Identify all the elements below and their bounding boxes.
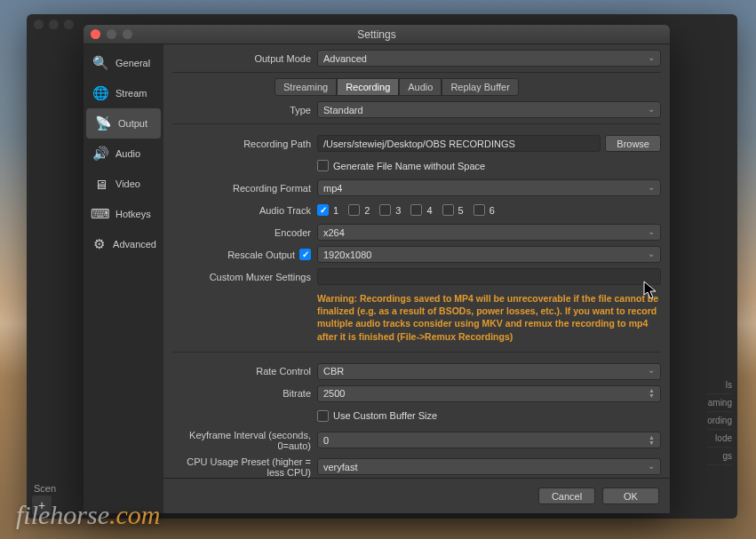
type-select[interactable]: Standard <box>317 101 661 118</box>
tab-audio[interactable]: Audio <box>399 78 442 96</box>
sidebar-item-output[interactable]: 📡 Output <box>86 108 161 139</box>
bg-right-panel: ls aming ording lode gs <box>707 377 732 465</box>
rescale-output-select[interactable]: 1920x1080 <box>317 246 661 263</box>
custom-buffer-label: Use Custom Buffer Size <box>333 410 437 421</box>
window-title: Settings <box>84 28 670 41</box>
keyframe-interval-spinner[interactable]: 0▲▼ <box>317 432 661 448</box>
tab-streaming[interactable]: Streaming <box>275 78 337 96</box>
sidebar-item-label: General <box>115 58 150 68</box>
sidebar-item-label: Stream <box>115 88 147 99</box>
mp4-warning-text: Warning: Recordings saved to MP4 will be… <box>317 290 661 346</box>
sidebar: 🔍 General 🌐 Stream 📡 Output 🔊 Audio 🖥 Vi… <box>84 44 163 513</box>
rate-control-select[interactable]: CBR <box>317 363 661 380</box>
main-panel: Output Mode Advanced Streaming Recording… <box>163 44 670 513</box>
audio-track-2-checkbox[interactable] <box>348 204 360 216</box>
generate-filename-label: Generate File Name without Space <box>333 161 485 171</box>
sidebar-item-label: Output <box>118 118 147 129</box>
bitrate-label: Bitrate <box>172 388 317 399</box>
stream-icon: 🌐 <box>91 83 110 103</box>
rescale-output-checkbox[interactable] <box>299 249 311 260</box>
output-mode-select[interactable]: Advanced <box>317 50 661 67</box>
video-icon: 🖥 <box>91 174 110 194</box>
recording-format-label: Recording Format <box>172 183 317 194</box>
generate-filename-checkbox[interactable] <box>317 160 329 171</box>
recording-path-input[interactable] <box>317 135 601 152</box>
audio-track-group: 1 2 3 4 5 6 <box>317 204 661 216</box>
type-label: Type <box>172 105 317 115</box>
sidebar-item-general[interactable]: 🔍 General <box>84 48 163 78</box>
browse-button[interactable]: Browse <box>605 135 661 152</box>
general-icon: 🔍 <box>91 53 110 73</box>
sidebar-item-label: Hotkeys <box>115 209 151 219</box>
encoder-label: Encoder <box>172 227 317 238</box>
output-icon: 📡 <box>93 114 113 133</box>
sidebar-item-hotkeys[interactable]: ⌨ Hotkeys <box>84 199 163 229</box>
cpu-preset-label: CPU Usage Preset (higher = less CPU) <box>172 456 317 478</box>
button-bar: Apply Cancel OK <box>163 478 670 513</box>
rescale-output-label: Rescale Output <box>227 250 295 260</box>
custom-muxer-input[interactable] <box>317 268 661 285</box>
tab-recording[interactable]: Recording <box>337 78 399 96</box>
ok-button[interactable]: OK <box>602 487 659 504</box>
bg-traffic-lights <box>34 20 74 29</box>
watermark: filehorse.com <box>16 500 160 530</box>
advanced-icon: ⚙ <box>91 234 107 254</box>
hotkeys-icon: ⌨ <box>91 204 110 224</box>
custom-buffer-checkbox[interactable] <box>317 410 329 422</box>
recording-path-label: Recording Path <box>172 139 317 149</box>
cancel-button[interactable]: Cancel <box>538 487 595 504</box>
bitrate-spinner[interactable]: 2500▲▼ <box>317 385 661 402</box>
recording-format-select[interactable]: mp4 <box>317 179 661 196</box>
bg-scene-label: Scen <box>34 483 56 494</box>
traffic-lights <box>91 29 132 39</box>
tab-replay-buffer[interactable]: Replay Buffer <box>442 78 518 96</box>
sidebar-item-label: Advanced <box>113 239 156 250</box>
custom-muxer-label: Custom Muxer Settings <box>172 272 317 282</box>
output-mode-label: Output Mode <box>172 53 317 64</box>
audio-track-6-checkbox[interactable] <box>473 204 485 216</box>
audio-track-1-checkbox[interactable] <box>317 204 329 216</box>
sidebar-item-advanced[interactable]: ⚙ Advanced <box>84 229 163 259</box>
sidebar-item-video[interactable]: 🖥 Video <box>84 169 163 199</box>
sidebar-item-stream[interactable]: 🌐 Stream <box>84 78 163 108</box>
audio-track-5-checkbox[interactable] <box>442 204 454 216</box>
minimize-icon[interactable] <box>107 29 116 39</box>
titlebar: Settings <box>84 25 670 44</box>
sidebar-item-label: Audio <box>115 148 140 159</box>
audio-track-4-checkbox[interactable] <box>410 204 422 216</box>
rate-control-label: Rate Control <box>172 366 317 377</box>
close-icon[interactable] <box>91 29 100 39</box>
keyframe-interval-label: Keyframe Interval (seconds, 0=auto) <box>172 430 317 451</box>
audio-icon: 🔊 <box>91 144 110 163</box>
settings-window: Settings 🔍 General 🌐 Stream 📡 Output 🔊 A… <box>84 25 670 513</box>
output-tabs: Streaming Recording Audio Replay Buffer <box>275 78 661 96</box>
encoder-select[interactable]: x264 <box>317 224 661 241</box>
sidebar-item-label: Video <box>115 178 140 189</box>
sidebar-item-audio[interactable]: 🔊 Audio <box>84 139 163 169</box>
audio-track-label: Audio Track <box>172 205 317 216</box>
cpu-preset-select[interactable]: veryfast <box>317 458 661 475</box>
audio-track-3-checkbox[interactable] <box>379 204 391 216</box>
maximize-icon[interactable] <box>123 29 132 39</box>
